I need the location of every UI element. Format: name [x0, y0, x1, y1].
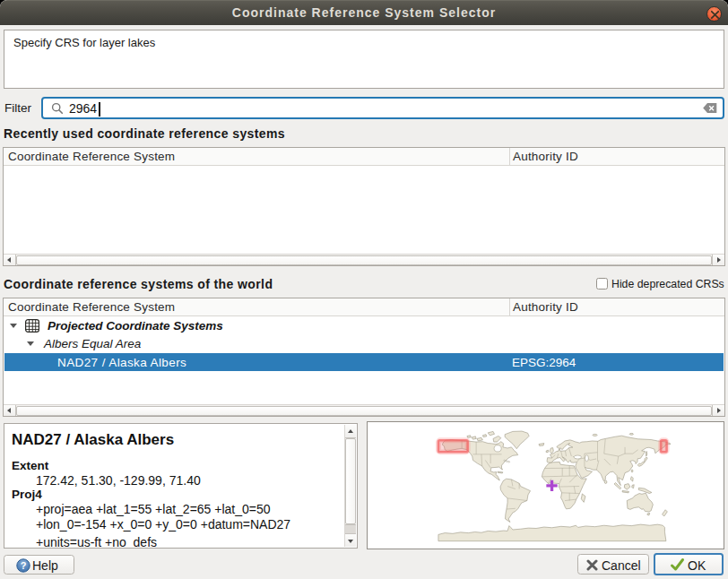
svg-text:?: ?: [21, 560, 27, 571]
